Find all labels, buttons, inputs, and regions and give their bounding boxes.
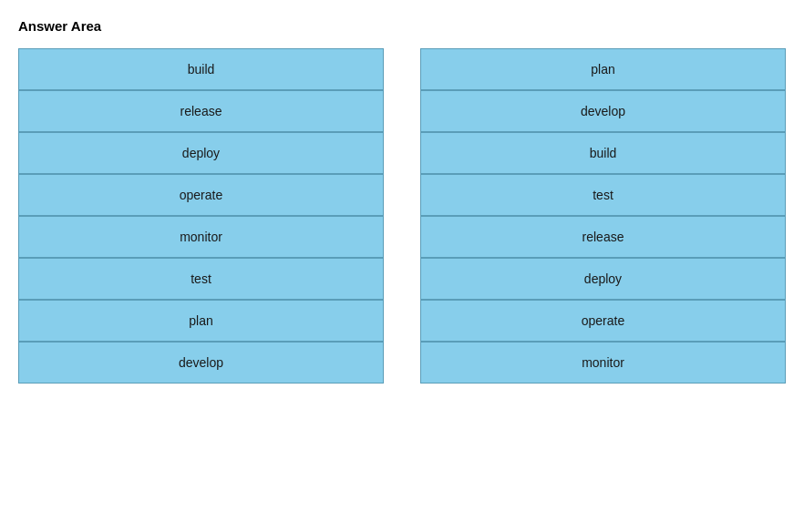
columns-container: buildreleasedeployoperatemonitortestplan… [18,48,786,384]
left-item-4[interactable]: monitor [18,216,384,258]
left-item-2[interactable]: deploy [18,132,384,174]
left-column: buildreleasedeployoperatemonitortestplan… [18,48,384,384]
right-item-3[interactable]: test [420,174,786,216]
right-item-1[interactable]: develop [420,90,786,132]
left-item-5[interactable]: test [18,258,384,300]
left-item-1[interactable]: release [18,90,384,132]
right-column: plandevelopbuildtestreleasedeployoperate… [420,48,786,384]
answer-area-title: Answer Area [18,18,786,34]
left-item-3[interactable]: operate [18,174,384,216]
right-item-0[interactable]: plan [420,48,786,90]
left-item-7[interactable]: develop [18,342,384,384]
left-item-0[interactable]: build [18,48,384,90]
right-item-2[interactable]: build [420,132,786,174]
right-item-4[interactable]: release [420,216,786,258]
left-item-6[interactable]: plan [18,300,384,342]
right-item-6[interactable]: operate [420,300,786,342]
right-item-7[interactable]: monitor [420,342,786,384]
right-item-5[interactable]: deploy [420,258,786,300]
